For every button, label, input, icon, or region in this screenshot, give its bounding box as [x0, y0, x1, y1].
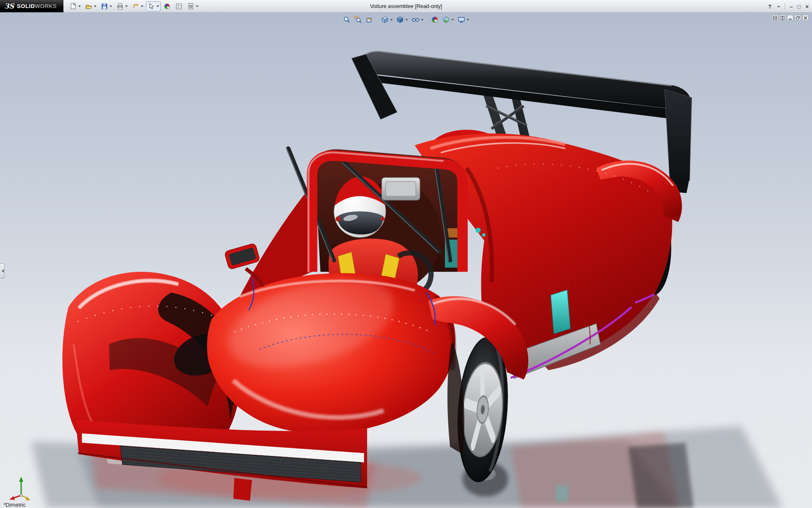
close-document-icon	[804, 16, 807, 20]
zoom-fit-button[interactable]	[342, 15, 352, 24]
3d-model-render[interactable]	[0, 13, 812, 508]
chevron-down-icon	[78, 6, 81, 8]
open-button[interactable]	[83, 1, 98, 11]
design-table-button[interactable]	[173, 1, 184, 11]
edit-appearance-icon	[431, 16, 439, 24]
dassault-3ds-glyph: ЗS	[4, 2, 14, 10]
solidworks-logo: ЗS SOLIDWORKS	[0, 0, 63, 12]
new-document-icon	[69, 3, 77, 10]
zoom-area-icon	[354, 16, 362, 24]
chevron-down-icon	[156, 6, 159, 8]
tile-vertical-icon	[781, 16, 785, 20]
graphics-viewport[interactable]: *Dimetric	[0, 13, 812, 508]
tile-vertical-button[interactable]	[779, 15, 786, 21]
display-style-icon	[396, 16, 404, 24]
view-orientation-cube-icon	[381, 16, 389, 24]
triad-y-axis[interactable]	[19, 477, 23, 482]
select-button[interactable]	[146, 1, 161, 11]
hide-show-glasses-icon	[411, 16, 420, 24]
chevron-down-icon	[452, 19, 454, 22]
restore-document-icon	[796, 16, 800, 20]
zoom-area-button[interactable]	[354, 15, 363, 24]
edit-appearance-button[interactable]	[430, 15, 440, 24]
apply-scene-button[interactable]	[442, 15, 455, 24]
triad-x-axis[interactable]	[9, 496, 15, 500]
zoom-fit-icon	[343, 16, 351, 24]
display-style-button[interactable]	[395, 15, 409, 24]
chevron-left-icon	[0, 269, 4, 273]
open-icon	[85, 3, 93, 10]
new-document-button[interactable]	[68, 1, 82, 11]
divider	[785, 3, 785, 10]
maximize-button[interactable]: □	[798, 4, 801, 9]
chevron-down-icon	[406, 19, 408, 22]
brand-text-works: WORKS	[35, 3, 57, 9]
section-view-button[interactable]	[365, 15, 375, 24]
heads-up-view-toolbar	[342, 15, 470, 24]
appearance-button[interactable]	[162, 1, 173, 11]
chevron-down-icon	[94, 6, 96, 8]
chevron-down-icon	[110, 6, 112, 8]
close-document-button[interactable]	[802, 15, 809, 21]
window-controls: ? – □ ×	[768, 0, 809, 13]
main-toolbar	[68, 0, 200, 12]
chevron-down-icon	[467, 19, 469, 22]
triad-z-axis[interactable]	[26, 497, 30, 500]
view-orientation-button[interactable]	[380, 15, 394, 24]
help-button[interactable]: ?	[768, 4, 771, 9]
undo-button[interactable]	[130, 1, 145, 11]
orientation-triad[interactable]	[9, 476, 34, 502]
chevron-down-icon	[390, 19, 393, 22]
design-table-icon	[175, 3, 183, 10]
chevron-down-icon	[141, 6, 143, 8]
section-view-icon	[366, 16, 374, 24]
print-icon	[116, 3, 124, 10]
restore-document-button[interactable]	[795, 15, 801, 21]
appearance-ball-icon	[163, 3, 171, 10]
save-icon	[101, 3, 108, 10]
tile-horizontal-button[interactable]	[772, 15, 778, 21]
chevron-down-icon	[196, 6, 198, 8]
minimize-document-icon	[788, 16, 792, 20]
view-orientation-label: *Dimetric	[3, 502, 26, 508]
options-page-icon	[187, 3, 195, 10]
apply-scene-icon	[442, 16, 450, 24]
feature-manager-collapse-tab[interactable]	[0, 263, 5, 279]
title-bar: ЗS SOLIDWORKS	[0, 0, 812, 13]
tile-horizontal-icon	[773, 16, 777, 20]
options-button[interactable]	[185, 1, 200, 11]
select-icon	[148, 3, 155, 10]
view-settings-button[interactable]	[457, 15, 470, 24]
view-settings-icon	[458, 16, 466, 24]
chevron-down-icon	[777, 6, 780, 9]
brand-text-solid: SOLID	[17, 3, 35, 9]
print-button[interactable]	[115, 1, 129, 11]
save-button[interactable]	[99, 1, 114, 11]
minimize-button[interactable]: –	[790, 4, 793, 9]
window-title: Voiture assemblee [Read-only]	[370, 0, 442, 13]
chevron-down-icon	[125, 6, 128, 8]
document-window-controls	[772, 15, 809, 21]
close-button[interactable]: ×	[805, 4, 809, 9]
undo-icon	[132, 3, 140, 10]
chevron-down-icon	[421, 19, 424, 22]
hide-show-items-button[interactable]	[411, 15, 425, 24]
minimize-document-button[interactable]	[787, 15, 793, 21]
